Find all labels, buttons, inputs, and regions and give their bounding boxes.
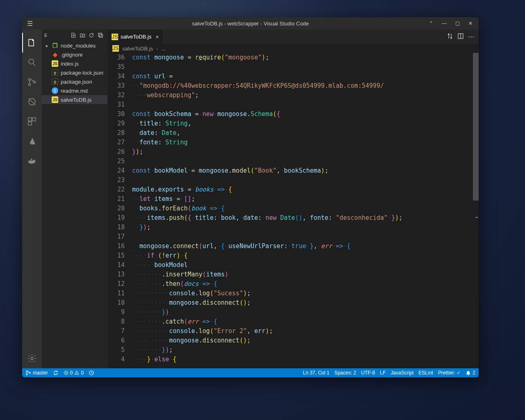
git-file-icon: ◆ [52, 51, 58, 58]
activity-settings[interactable] [22, 349, 42, 368]
breadcrumb-file: salveToDB.js [122, 46, 153, 52]
explorer-label: E [44, 33, 69, 38]
new-file-icon[interactable] [69, 31, 78, 40]
status-branch[interactable]: master [25, 370, 48, 376]
tab-salvetodb[interactable]: JS salveToDB.js × [107, 30, 163, 44]
new-folder-icon[interactable] [78, 31, 87, 40]
file-label: node_modules [61, 43, 96, 49]
md-file-icon: i [52, 87, 58, 94]
svg-rect-13 [98, 33, 102, 37]
compare-icon[interactable] [447, 33, 453, 41]
file-label: readme.md [61, 88, 88, 94]
file-tree[interactable]: ▸❐node_modules◆.gitignoreJSindex.js{}pac… [42, 41, 107, 368]
js-file-icon: JS [52, 60, 58, 67]
activity-docker[interactable] [22, 151, 42, 171]
activity-azure[interactable] [22, 131, 42, 151]
activity-bar [22, 30, 42, 368]
minimize-button[interactable]: — [438, 18, 450, 28]
tab-actions: ⋯ [447, 30, 479, 44]
svg-rect-7 [28, 122, 32, 125]
status-eol[interactable]: LF [380, 370, 386, 376]
file-package-json[interactable]: {}package.json [42, 77, 107, 86]
collapse-icon[interactable] [96, 31, 105, 40]
file--gitignore[interactable]: ◆.gitignore [42, 50, 107, 59]
code-lines[interactable]: const·mongoose·=·require("mongoose");con… [132, 53, 479, 368]
js-file-icon: JS [112, 45, 119, 52]
file-label: salveToDB.js [61, 97, 91, 103]
svg-point-0 [29, 59, 34, 64]
close-button[interactable]: ✕ [465, 18, 476, 28]
svg-rect-11 [31, 159, 32, 160]
activity-extensions[interactable] [22, 112, 42, 131]
split-icon[interactable] [457, 33, 464, 41]
file-label: .gitignore [61, 52, 82, 58]
svg-point-2 [29, 84, 31, 86]
breadcrumb-more: ... [161, 46, 166, 52]
js-file-icon: JS [52, 96, 58, 103]
line-gutter: 3635343332313029282726252423222120191817… [107, 53, 132, 368]
window-title: salveToDB.js - webScrapper - Visual Stud… [22, 21, 479, 27]
svg-point-1 [29, 79, 31, 81]
svg-point-17 [26, 374, 28, 375]
folder-green-file-icon: ❐ [52, 42, 58, 49]
status-position[interactable]: Ln 37, Col 1 [303, 370, 329, 376]
svg-point-12 [31, 357, 33, 360]
maximize-button[interactable]: ▢ [452, 18, 463, 28]
code-editor[interactable]: 3635343332313029282726252423222120191817… [107, 53, 479, 368]
status-notifications[interactable]: 2 [466, 370, 475, 376]
status-sync[interactable] [53, 370, 59, 376]
sidebar-header: E [42, 30, 107, 41]
file-package-lock-json[interactable]: {}package-lock.json [42, 68, 107, 77]
tab-close-icon[interactable]: × [155, 34, 159, 40]
tab-label: salveToDB.js [121, 34, 151, 40]
file-index-js[interactable]: JSindex.js [42, 59, 107, 68]
svg-point-3 [34, 81, 36, 83]
file-label: package.json [61, 79, 92, 85]
main-body: E ▸❐node_modules◆.gitignoreJSindex.js{}p… [22, 30, 479, 368]
svg-point-16 [26, 371, 28, 372]
explorer-sidebar: E ▸❐node_modules◆.gitignoreJSindex.js{}p… [42, 30, 107, 368]
file-label: index.js [61, 61, 79, 67]
app-menu-button[interactable]: ☰ [27, 20, 33, 27]
svg-rect-14 [99, 34, 103, 37]
status-language[interactable]: JavaScript [391, 370, 414, 376]
activity-search[interactable] [22, 52, 42, 72]
activity-source-control[interactable] [22, 72, 42, 92]
window-controls: ⌃ — ▢ ✕ [425, 18, 476, 28]
status-problems[interactable]: 0 0 [64, 370, 84, 376]
breadcrumb-separator: › [156, 46, 158, 52]
keep-on-top-button[interactable]: ⌃ [425, 18, 437, 28]
minimap[interactable] [473, 53, 479, 368]
svg-rect-5 [28, 118, 32, 121]
status-eslint[interactable]: ESLint [419, 370, 433, 376]
titlebar: ☰ salveToDB.js - webScrapper - Visual St… [22, 17, 479, 30]
activity-explorer[interactable] [22, 33, 42, 52]
activity-debug[interactable] [22, 92, 42, 112]
file-salveToDB-js[interactable]: JSsalveToDB.js [42, 95, 107, 104]
file-node_modules[interactable]: ▸❐node_modules [42, 41, 107, 50]
status-live-share[interactable] [89, 370, 94, 376]
status-spaces[interactable]: Spaces: 2 [334, 370, 356, 376]
refresh-icon[interactable] [87, 31, 96, 40]
editor-area: JS salveToDB.js × ⋯ JS salveToDB.js › ..… [107, 30, 479, 368]
tabs-bar: JS salveToDB.js × ⋯ [107, 30, 479, 44]
chevron-icon: ▸ [46, 43, 49, 48]
file-readme-md[interactable]: ireadme.md [42, 86, 107, 95]
more-icon[interactable]: ⋯ [468, 33, 475, 41]
json-file-icon: {} [52, 78, 58, 85]
svg-rect-6 [32, 118, 36, 121]
vscode-window: ☰ salveToDB.js - webScrapper - Visual St… [22, 17, 479, 377]
status-prettier[interactable]: Prettier: ✓ [438, 370, 461, 376]
status-encoding[interactable]: UTF-8 [361, 370, 375, 376]
breadcrumb[interactable]: JS salveToDB.js › ... [107, 44, 479, 53]
statusbar: master 0 0 Ln 37, Col 1 Spaces: 2 UTF-8 … [22, 368, 479, 377]
file-label: package-lock.json [61, 70, 103, 76]
json-file-icon: {} [52, 69, 58, 76]
js-file-icon: JS [112, 34, 118, 40]
